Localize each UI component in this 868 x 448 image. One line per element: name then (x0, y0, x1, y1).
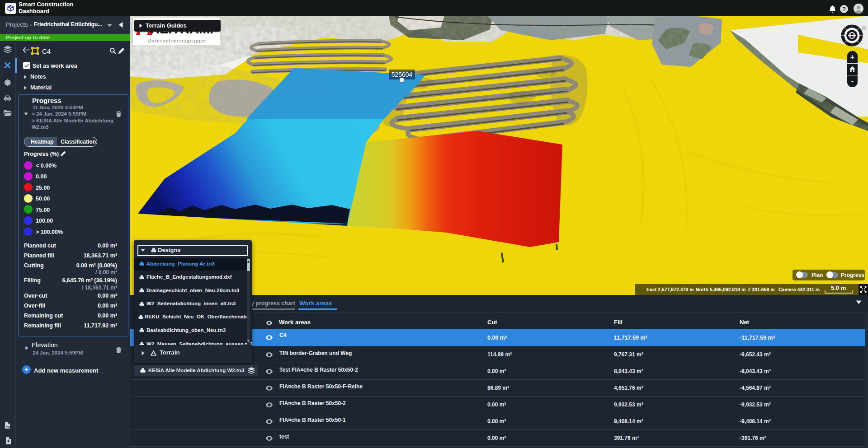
svg-text:PDF: PDF (6, 425, 11, 428)
